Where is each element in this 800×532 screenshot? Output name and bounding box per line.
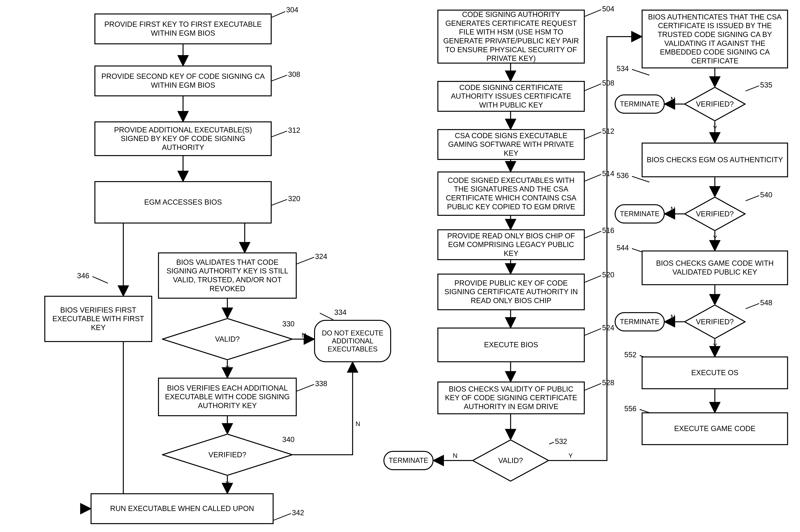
yn-532-y: Y [568, 452, 573, 459]
box-544: BIOS CHECKS GAME CODE WITH VALIDATED PUB… [642, 250, 788, 285]
box-342-text: RUN EXECUTABLE WHEN CALLED UPON [110, 504, 254, 513]
yn-330-n: N [302, 331, 306, 339]
box-308: PROVIDE SECOND KEY OF CODE SIGNING CA WI… [94, 65, 272, 96]
box-338: BIOS VERIFIES EACH ADDITIONAL EXECUTABLE… [158, 378, 297, 416]
yn-535-n: N [670, 95, 675, 103]
svg-line-32 [297, 257, 314, 264]
box-536-text: BIOS CHECKS EGM OS AUTHENTICITY [647, 155, 783, 164]
svg-line-31 [272, 200, 287, 205]
diamond-330: VALID? [162, 318, 293, 360]
ref-312: 312 [288, 126, 300, 134]
svg-line-41 [585, 132, 601, 139]
box-528: BIOS CHECKS VALIDITY OF PUBLIC KEY OF CO… [437, 381, 585, 414]
svg-line-43 [585, 231, 601, 238]
diamond-540: VERIFIED? [684, 196, 746, 231]
ref-528: 528 [602, 379, 614, 387]
box-504-text: CODE SIGNING AUTHORITY GENERATES CERTIFI… [442, 10, 580, 63]
terminator-535: TERMINATE [615, 94, 665, 114]
box-536: BIOS CHECKS EGM OS AUTHENTICITY [642, 142, 788, 177]
box-520-text: PROVIDE PUBLIC KEY OF CODE SIGNING CERTI… [442, 279, 580, 305]
svg-line-39 [585, 10, 601, 16]
terminator-334-text: DO NOT EXECUTE ADDITIONAL EXECUTABLES [318, 329, 387, 353]
box-512: CSA CODE SIGNS EXECUTABLE GAMING SOFTWAR… [437, 129, 585, 160]
svg-line-29 [272, 75, 287, 81]
box-346-text: BIOS VERIFIES FIRST EXECUTABLE WITH FIRS… [49, 306, 147, 332]
yn-340-n: N [356, 420, 360, 428]
terminator-532: TERMINATE [383, 451, 434, 470]
box-320-text: EGM ACCESSES BIOS [144, 198, 222, 207]
box-556: EXECUTE GAME CODE [642, 412, 788, 445]
box-312-text: PROVIDE ADDITIONAL EXECUTABLE(S) SIGNED … [99, 126, 267, 152]
box-308-text: PROVIDE SECOND KEY OF CODE SIGNING CA WI… [99, 72, 267, 90]
ref-532: 532 [555, 437, 567, 446]
yn-548-n: N [670, 313, 675, 321]
ref-338: 338 [315, 380, 327, 388]
box-556-text: EXECUTE GAME CODE [674, 424, 756, 433]
diamond-548: VERIFIED? [684, 304, 746, 339]
ref-512: 512 [602, 127, 614, 135]
ref-548: 548 [760, 299, 772, 307]
box-320: EGM ACCESSES BIOS [94, 181, 272, 224]
ref-330: 330 [282, 320, 294, 328]
diamond-535: VERIFIED? [684, 87, 746, 121]
ref-540: 540 [760, 191, 772, 199]
ref-552: 552 [624, 351, 636, 359]
diamond-535-label: VERIFIED? [696, 100, 734, 108]
ref-342: 342 [292, 509, 304, 517]
terminator-334: DO NOT EXECUTE ADDITIONAL EXECUTABLES [314, 320, 391, 362]
svg-line-38 [93, 277, 108, 283]
box-324: BIOS VALIDATES THAT CODE SIGNING AUTHORI… [158, 252, 297, 299]
svg-line-44 [585, 276, 601, 282]
ref-520: 520 [602, 271, 614, 279]
terminator-540-text: TERMINATE [620, 210, 659, 218]
box-516-text: PROVIDE READ ONLY BIOS CHIP OF EGM COMPR… [442, 232, 580, 258]
svg-line-48 [632, 69, 649, 75]
svg-line-28 [272, 12, 285, 17]
box-524: EXECUTE BIOS [437, 327, 585, 362]
yn-340-y: Y [225, 480, 230, 487]
yn-330-y: Y [225, 364, 230, 372]
diamond-532: VALID? [472, 439, 549, 482]
ref-508: 508 [602, 79, 614, 87]
diamond-340: VERIFIED? [162, 434, 293, 476]
box-324-text: BIOS VALIDATES THAT CODE SIGNING AUTHORI… [163, 258, 292, 293]
box-342: RUN EXECUTABLE WHEN CALLED UPON [91, 493, 273, 524]
diamond-548-label: VERIFIED? [696, 318, 734, 326]
svg-line-34 [320, 313, 333, 320]
ref-504: 504 [602, 5, 614, 13]
yn-535-y: Y [713, 124, 717, 132]
ref-524: 524 [602, 324, 614, 332]
ref-320: 320 [288, 195, 300, 203]
box-508-text: CODE SIGNING CERTIFICATE AUTHORITY ISSUE… [442, 83, 580, 110]
ref-334: 334 [334, 308, 346, 317]
box-504: CODE SIGNING AUTHORITY GENERATES CERTIFI… [437, 10, 585, 63]
ref-324: 324 [315, 252, 327, 261]
box-534: BIOS AUTHENTICATES THAT THE CSA CERTIFIC… [642, 10, 788, 69]
ref-304: 304 [286, 6, 298, 14]
terminator-532-text: TERMINATE [388, 456, 428, 464]
ref-544: 544 [616, 244, 629, 252]
box-508: CODE SIGNING CERTIFICATE AUTHORITY ISSUE… [437, 81, 585, 112]
ref-556: 556 [624, 405, 636, 413]
box-338-text: BIOS VERIFIES EACH ADDITIONAL EXECUTABLE… [163, 384, 292, 410]
terminator-540: TERMINATE [615, 204, 665, 224]
box-512-text: CSA CODE SIGNS EXECUTABLE GAMING SOFTWAR… [442, 131, 580, 158]
flowchart-canvas: PROVIDE FIRST KEY TO FIRST EXECUTABLE WI… [4, 4, 800, 532]
terminator-535-text: TERMINATE [620, 100, 659, 108]
diamond-330-label: VALID? [215, 335, 240, 343]
yn-548-y: Y [713, 342, 717, 349]
diamond-532-label: VALID? [498, 456, 523, 465]
diamond-340-label: VERIFIED? [208, 451, 246, 459]
box-346: BIOS VERIFIES FIRST EXECUTABLE WITH FIRS… [44, 296, 152, 342]
box-304: PROVIDE FIRST KEY TO FIRST EXECUTABLE WI… [94, 14, 272, 44]
yn-540-n: N [670, 205, 675, 213]
terminator-548: TERMINATE [615, 312, 665, 331]
box-514-text: CODE SIGNED EXECUTABLES WITH THE SIGNATU… [442, 176, 580, 211]
svg-line-35 [297, 384, 314, 391]
box-552: EXECUTE OS [642, 357, 788, 389]
ref-536: 536 [616, 171, 629, 180]
ref-340: 340 [282, 435, 294, 444]
ref-535: 535 [760, 81, 772, 89]
box-544-text: BIOS CHECKS GAME CODE WITH VALIDATED PUB… [646, 259, 783, 277]
svg-line-30 [272, 131, 287, 137]
